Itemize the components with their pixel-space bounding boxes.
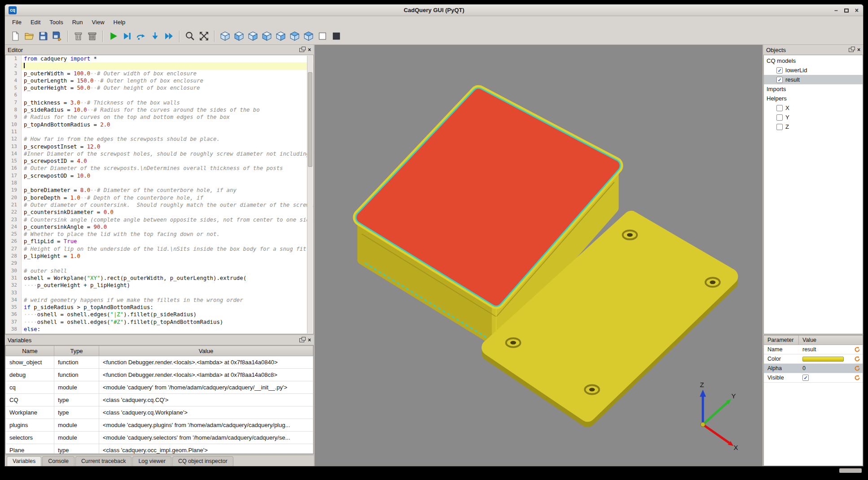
variable-row-show-object[interactable]: show_objectfunction<function Debugger.re… [6, 356, 313, 369]
save-as-button[interactable] [50, 29, 64, 43]
code-line[interactable]: 4p_outerLength = 150.0··# Outer length o… [5, 77, 313, 84]
code-line[interactable]: 6 [5, 92, 313, 99]
minimize-button[interactable]: – [834, 7, 838, 13]
code-line[interactable]: 30# outer shell [5, 267, 313, 275]
3d-viewport[interactable]: Z Y X [315, 45, 763, 466]
menu-run[interactable]: Run [68, 17, 88, 27]
code-line[interactable]: 18 [5, 179, 313, 187]
code-line[interactable]: 37····oshell = oshell.edges("#Z").fillet… [5, 319, 313, 326]
tab-cq-object-inspector[interactable]: CQ object inspector [172, 456, 233, 466]
variables-close-button[interactable]: × [308, 338, 311, 342]
param-row-name[interactable]: Nameresult [764, 345, 863, 354]
continue-button[interactable] [162, 29, 176, 43]
editor-float-button[interactable] [299, 48, 304, 52]
code-line[interactable]: 31oshell = Workplane("XY").rect(p_outerW… [5, 275, 313, 282]
tab-variables[interactable]: Variables [7, 456, 41, 466]
variable-row-plugins[interactable]: pluginsmodule<module 'cadquery.plugins' … [6, 419, 313, 432]
code-line[interactable]: 5p_outerHeight = 50.0··# Outer height of… [5, 84, 313, 92]
reset-icon[interactable] [854, 365, 861, 371]
code-line[interactable]: 11 [5, 128, 313, 135]
param-checkbox[interactable]: ✓ [802, 375, 809, 381]
zoom-button[interactable] [183, 29, 197, 43]
tab-console[interactable]: Console [42, 456, 75, 466]
tree-group-cq-models[interactable]: CQ models [764, 56, 863, 65]
step-into-button[interactable] [148, 29, 162, 43]
new-file-button[interactable] [9, 29, 22, 43]
param-row-color[interactable]: Color [764, 354, 863, 364]
debug-button[interactable] [120, 29, 134, 43]
checkbox-result[interactable]: ✓ [776, 77, 783, 83]
code-line[interactable]: 8p_sideRadius = 10.0··# Radius for the c… [5, 106, 313, 113]
editor-scrollbar[interactable] [307, 56, 313, 333]
delete-all-button[interactable] [85, 29, 99, 43]
view-iso-button[interactable] [218, 29, 232, 43]
shaded-button[interactable] [329, 29, 343, 43]
checkbox-lowerlid[interactable]: ✓ [776, 67, 783, 74]
code-line[interactable]: 17p_screwpostOD = 10.0 [5, 172, 313, 179]
column-header-name[interactable]: Name [6, 346, 54, 356]
reset-icon[interactable] [854, 356, 861, 362]
checkbox-y[interactable] [776, 114, 783, 121]
code-line[interactable]: 35if p_sideRadius > p_topAndBottomRadius… [5, 304, 313, 311]
param-row-alpha[interactable]: Alpha0 [764, 364, 863, 373]
checkbox-z[interactable] [776, 124, 783, 130]
tree-item-y[interactable]: Y [764, 113, 863, 122]
code-line[interactable]: 34# weird geometry happens if we make th… [5, 297, 313, 304]
menu-edit[interactable]: Edit [26, 17, 45, 27]
save-button[interactable] [36, 29, 50, 43]
fit-all-button[interactable] [197, 29, 211, 43]
reset-icon[interactable] [854, 346, 861, 353]
code-line[interactable]: 38else: [5, 326, 313, 333]
step-button[interactable] [134, 29, 148, 43]
tab-current-traceback[interactable]: Current traceback [75, 456, 132, 466]
variables-float-button[interactable] [299, 338, 304, 342]
tab-log-viewer[interactable]: Log viewer [132, 456, 171, 466]
code-line[interactable]: 27# Height of lip on the underside of th… [5, 245, 313, 253]
view-top-button[interactable] [288, 29, 302, 43]
code-line[interactable]: 3p_outerWidth = 100.0··# Outer width of … [5, 70, 313, 77]
menu-tools[interactable]: Tools [45, 17, 67, 27]
code-line[interactable]: 21# Outer diameter of countersink. Shoul… [5, 201, 313, 209]
reset-icon[interactable] [854, 375, 861, 381]
code-line[interactable]: 15p_screwpostID = 4.0 [5, 157, 313, 165]
code-line[interactable]: 39····oshell = oshell.edges("#Z").fillet… [5, 333, 313, 334]
code-line[interactable]: 10p_topAndBottomRadius = 2.0 [5, 121, 313, 128]
objects-close-button[interactable]: × [857, 48, 860, 52]
variable-row-cq[interactable]: CQtype<class 'cadquery.cq.CQ'> [6, 394, 313, 406]
code-line[interactable]: 14#Inner Diameter of the screwpost holes… [5, 150, 313, 157]
tree-item-x[interactable]: X [764, 103, 863, 113]
variable-row-cq[interactable]: cqmodule<module 'cadquery' from '/home/a… [6, 381, 313, 394]
tree-group-helpers[interactable]: Helpers [764, 94, 863, 103]
editor-close-button[interactable]: × [308, 48, 311, 52]
code-editor[interactable]: 1from cadquery import *23p_outerWidth = … [5, 55, 314, 334]
code-line[interactable]: 23# Countersink angle (complete angle be… [5, 216, 313, 223]
menu-view[interactable]: View [88, 17, 109, 27]
variable-row-workplane[interactable]: Workplanetype<class 'cadquery.cq.Workpla… [6, 406, 313, 419]
code-line[interactable]: 25# Whether to place the lid with the to… [5, 231, 313, 238]
code-line[interactable]: 24p_countersinkAngle = 90.0 [5, 223, 313, 231]
code-line[interactable]: 13p_screwpostInset = 12.0 [5, 143, 313, 150]
code-line[interactable]: 36····oshell = oshell.edges("|Z").fillet… [5, 311, 313, 318]
code-line[interactable]: 29 [5, 260, 313, 267]
menu-file[interactable]: File [8, 17, 26, 27]
view-right-button[interactable] [274, 29, 288, 43]
code-line[interactable]: 32····p_outerHeight + p_lipHeight) [5, 282, 313, 289]
size-grip[interactable] [839, 468, 862, 473]
menu-help[interactable]: Help [109, 17, 130, 27]
tree-item-lowerlid[interactable]: ✓lowerLid [764, 65, 863, 75]
tree-item-result[interactable]: ✓result [764, 75, 863, 84]
variable-row-selectors[interactable]: selectorsmodule<module 'cadquery.selecto… [6, 432, 313, 444]
view-left-button[interactable] [260, 29, 274, 43]
close-button[interactable]: × [855, 7, 859, 13]
code-line[interactable]: 7p_thickness = 3.0··# Thickness of the b… [5, 99, 313, 106]
column-header-type[interactable]: Type [54, 346, 99, 356]
column-header-parameter[interactable]: Parameter [764, 336, 799, 345]
delete-button[interactable] [71, 29, 85, 43]
view-front-button[interactable] [232, 29, 246, 43]
variable-row-plane[interactable]: Planetype<class 'cadquery.occ_impl.geom.… [6, 444, 313, 454]
objects-float-button[interactable] [849, 48, 854, 52]
tree-group-imports[interactable]: Imports [764, 84, 863, 94]
color-swatch[interactable] [802, 357, 844, 362]
maximize-button[interactable] [844, 7, 849, 13]
view-bottom-button[interactable] [302, 29, 316, 43]
